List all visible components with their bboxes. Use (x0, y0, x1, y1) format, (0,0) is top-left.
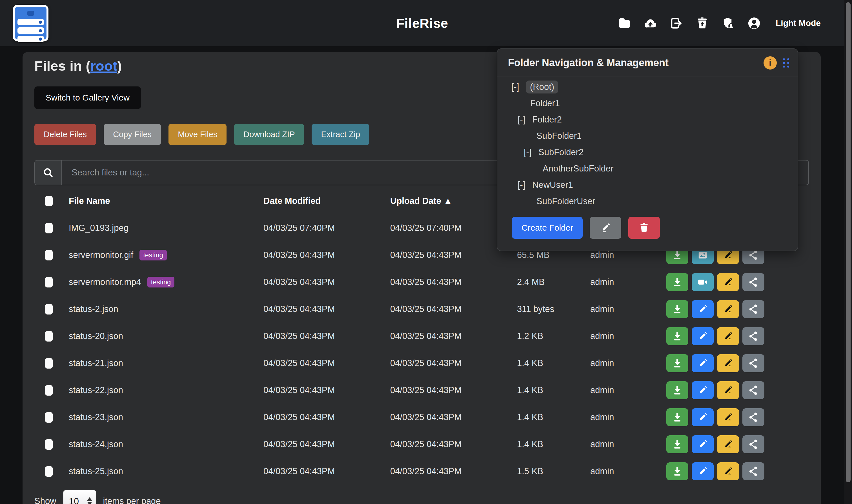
row-checkbox[interactable] (45, 439, 53, 450)
folder-tree-item[interactable]: AnotherSubFolder (497, 161, 798, 177)
user-shield-icon[interactable] (721, 17, 735, 30)
share-icon (748, 277, 759, 287)
column-file-name[interactable]: File Name (69, 196, 263, 206)
rename-button[interactable] (717, 327, 739, 345)
preview-button[interactable] (692, 327, 714, 345)
select-all-checkbox[interactable] (45, 196, 53, 206)
download-zip-button[interactable]: Download ZIP (234, 124, 304, 145)
preview-button[interactable] (692, 408, 714, 426)
row-checkbox[interactable] (45, 304, 53, 314)
rename-button[interactable] (717, 462, 739, 480)
upload-date: 04/03/25 04:43PM (390, 385, 517, 395)
share-icon (748, 466, 759, 477)
download-button[interactable] (666, 408, 688, 426)
preview-button[interactable] (692, 435, 714, 453)
download-button[interactable] (666, 273, 688, 291)
rename-folder-button[interactable] (590, 217, 621, 239)
share-button[interactable] (743, 462, 764, 480)
row-checkbox[interactable] (45, 277, 53, 287)
row-checkbox[interactable] (45, 331, 53, 342)
edit-icon (697, 358, 708, 368)
file-row: status-20.json04/03/25 04:43PM04/03/25 0… (34, 323, 809, 350)
share-button[interactable] (743, 381, 764, 399)
share-button[interactable] (743, 327, 764, 345)
download-button[interactable] (666, 462, 688, 480)
share-icon (748, 439, 759, 450)
preview-button[interactable] (692, 300, 714, 318)
row-checkbox[interactable] (45, 250, 53, 260)
drag-handle-icon[interactable] (783, 58, 789, 68)
file-name: status-21.json (69, 358, 123, 368)
preview-button[interactable] (692, 354, 714, 372)
preview-button[interactable] (692, 381, 714, 399)
row-checkbox[interactable] (45, 385, 53, 396)
app-title: FileRise (396, 16, 448, 31)
rename-button[interactable] (717, 381, 739, 399)
copy-files-button[interactable]: Copy Files (104, 124, 161, 145)
scrollbar-thumb[interactable] (846, 2, 851, 482)
file-name: servermonitor.gif (69, 250, 133, 260)
page-scrollbar[interactable] (845, 0, 852, 504)
column-date-modified[interactable]: Date Modified (263, 196, 390, 206)
share-button[interactable] (743, 300, 764, 318)
create-folder-button[interactable]: Create Folder (512, 217, 583, 239)
download-button[interactable] (666, 354, 688, 372)
folder-tree-item[interactable]: [-](Root) (497, 79, 798, 95)
folder-tree-item[interactable]: [-]SubFolder2 (497, 144, 798, 161)
folder-tree-item[interactable]: [-]Folder2 (497, 111, 798, 128)
share-button[interactable] (743, 273, 764, 291)
folder-tree-item[interactable]: Folder1 (497, 95, 798, 111)
collapse-toggle[interactable]: [-] (518, 114, 532, 125)
row-checkbox[interactable] (45, 466, 53, 477)
folder-icon[interactable] (618, 17, 631, 30)
row-checkbox[interactable] (45, 412, 53, 422)
switch-gallery-view-button[interactable]: Switch to Gallery View (34, 87, 141, 109)
row-actions (666, 408, 809, 426)
row-checkbox[interactable] (45, 223, 53, 233)
download-button[interactable] (666, 435, 688, 453)
share-icon (748, 358, 759, 368)
collapse-toggle[interactable]: [-] (518, 180, 532, 190)
folder-tree: [-](Root)Folder1[-]Folder2SubFolder1[-]S… (497, 77, 798, 210)
download-icon (672, 277, 683, 287)
folder-tree-item[interactable]: SubFolder1 (497, 128, 798, 144)
download-button[interactable] (666, 381, 688, 399)
info-icon[interactable]: i (764, 56, 777, 70)
upload-date: 04/03/25 04:43PM (390, 304, 517, 314)
download-button[interactable] (666, 327, 688, 345)
rename-button[interactable] (717, 273, 739, 291)
uploader: admin (590, 250, 666, 260)
delete-files-button[interactable]: Delete Files (34, 124, 96, 145)
delete-folder-button[interactable] (628, 217, 660, 239)
rename-button[interactable] (717, 300, 739, 318)
extract-zip-button[interactable]: Extract Zip (312, 124, 369, 145)
share-button[interactable] (743, 354, 764, 372)
rename-button[interactable] (717, 435, 739, 453)
rename-button[interactable] (717, 408, 739, 426)
folder-tree-item[interactable]: [-]NewUser1 (497, 177, 798, 193)
rename-button[interactable] (717, 354, 739, 372)
file-size: 1.4 KB (517, 358, 590, 368)
rename-icon (723, 358, 733, 368)
sign-out-icon[interactable] (670, 17, 683, 30)
move-files-button[interactable]: Move Files (169, 124, 227, 145)
cloud-upload-icon[interactable] (644, 17, 657, 30)
preview-button[interactable] (692, 273, 714, 291)
user-circle-icon[interactable] (747, 17, 761, 30)
row-checkbox[interactable] (45, 358, 53, 368)
filerise-logo[interactable] (13, 5, 49, 41)
share-button[interactable] (743, 408, 764, 426)
download-icon (672, 304, 683, 314)
search-icon[interactable] (35, 161, 62, 185)
trash-restore-icon[interactable] (696, 17, 709, 30)
preview-button[interactable] (692, 462, 714, 480)
root-folder-link[interactable]: root (90, 58, 117, 73)
download-button[interactable] (666, 300, 688, 318)
folder-tree-item[interactable]: SubFolderUser (497, 193, 798, 210)
collapse-toggle[interactable]: [-] (511, 82, 526, 92)
collapse-toggle[interactable]: [-] (524, 147, 538, 157)
items-per-page-select[interactable]: 10 (63, 490, 97, 504)
light-mode-toggle[interactable]: Light Mode (776, 18, 821, 28)
share-button[interactable] (743, 435, 764, 453)
uploader: admin (590, 304, 666, 314)
